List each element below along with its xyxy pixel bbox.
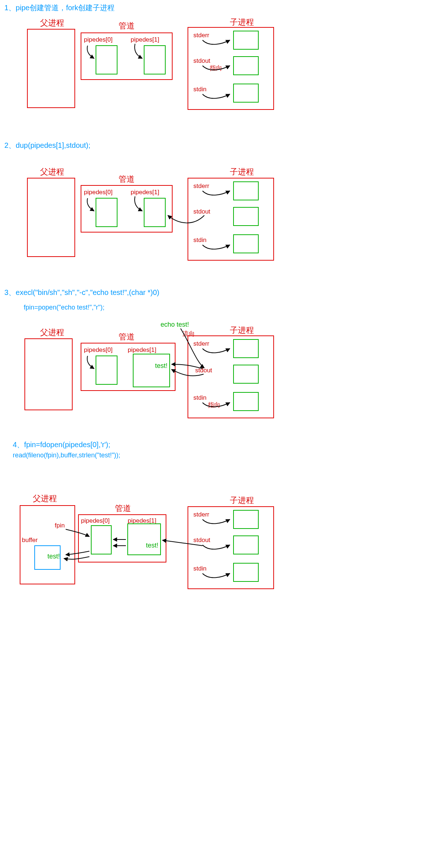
- pipedes0-3: pipedes[0]: [84, 346, 112, 353]
- step4-title: 4、fpin=fdopen(pipedes[0],'r');: [13, 441, 110, 449]
- child-box-2: [188, 178, 274, 260]
- child-title-3: 子进程: [230, 326, 254, 335]
- stdout-4: stdout: [193, 537, 211, 544]
- arrow-stderr-4: [202, 519, 230, 524]
- buffer-label: buffer: [22, 537, 38, 544]
- step3-title: 3、execl("bin/sh","sh","-c","echo test!",…: [4, 288, 159, 296]
- pipedes1-slot-1: [144, 46, 165, 74]
- diagram-canvas: 1、pipe创建管道，fork创建子进程 父进程 管道 pipedes[0] p…: [0, 0, 432, 868]
- stdin-slot-1: [234, 84, 258, 102]
- child-title-2: 子进程: [230, 167, 254, 176]
- stdin-slot-2: [234, 235, 258, 253]
- arrow-p0-1: [87, 46, 94, 58]
- arrow-stdout-4: [202, 545, 230, 549]
- parent-box-2: [27, 178, 75, 257]
- stderr-1: stderr: [193, 32, 209, 39]
- arrow-p0-2: [87, 198, 94, 211]
- arrow-p0-3: [87, 356, 94, 369]
- pipe-title-2: 管道: [119, 174, 135, 184]
- stderr-slot-4: [234, 510, 258, 529]
- pointsto-1: 指向: [209, 65, 222, 72]
- step1-title: 1、pipe创建管道，fork创建子进程: [4, 4, 115, 12]
- pipedes1-2: pipedes[1]: [131, 189, 159, 196]
- arrow-p0-to-buffer-b: [64, 557, 89, 559]
- arrow-p0-to-buffer-a: [66, 551, 89, 555]
- pipedes1-slot-3: [133, 354, 170, 387]
- parent-title-2: 父进程: [40, 167, 64, 176]
- arrow-stdin-2: [202, 245, 230, 249]
- pipe-title-1: 管道: [119, 21, 135, 30]
- stdout-slot-4: [234, 536, 258, 554]
- arrow-p1-1: [135, 44, 142, 58]
- child-box-3: [188, 336, 274, 418]
- stdin-slot-4: [234, 563, 258, 581]
- stderr-2: stderr: [193, 183, 209, 189]
- pointsto-3: 指向: [208, 402, 220, 408]
- pipedes0-2: pipedes[0]: [84, 189, 112, 196]
- stdin-slot-3: [234, 392, 258, 411]
- arrow-stdout-to-pipe-2: [168, 215, 204, 223]
- flowto-label: 流向: [182, 330, 195, 337]
- step3-sub: fpin=popen("echo test!","r");: [24, 304, 104, 311]
- child-box-1: [188, 27, 274, 110]
- arrow-stderr-3: [202, 349, 230, 353]
- child-box-4: [188, 507, 274, 589]
- arrow-stdin-4: [202, 573, 230, 578]
- stderr-slot-2: [234, 182, 258, 200]
- stdin-3: stdin: [193, 394, 207, 401]
- pipedes0-slot-2: [96, 198, 117, 227]
- pipedes1-slot-4: [128, 524, 161, 555]
- step4-sub: read(fileno(fpin),buffer,strlen("test!")…: [13, 452, 120, 459]
- stdin-4: stdin: [193, 565, 207, 572]
- parent-box-1: [27, 29, 75, 108]
- arrow-stderr-2: [202, 191, 230, 195]
- parent-box-3: [25, 339, 72, 410]
- test-in-p1: test!: [146, 542, 158, 549]
- stdout-2: stdout: [193, 208, 211, 215]
- pipedes1-slot-2: [144, 198, 165, 227]
- pipe-title-3: 管道: [119, 332, 135, 341]
- stderr-3: stderr: [193, 340, 209, 347]
- pipedes0-4: pipedes[0]: [81, 517, 109, 524]
- test-in-pipe: test!: [155, 362, 167, 369]
- fpin-label: fpin: [55, 522, 65, 529]
- pipedes1-3: pipedes[1]: [128, 346, 156, 353]
- stderr-slot-1: [234, 31, 258, 49]
- pipe-title-4: 管道: [115, 504, 131, 513]
- parent-title-3: 父进程: [40, 328, 64, 337]
- stdin-1: stdin: [193, 86, 207, 93]
- stdin-2: stdin: [193, 237, 207, 243]
- step2-title: 2、dup(pipedes[1],stdout);: [4, 141, 90, 149]
- parent-title-4: 父进程: [33, 494, 57, 503]
- parent-box-4: [20, 506, 75, 584]
- arrow-fpin-to-p0: [66, 529, 89, 537]
- pipedes1-1: pipedes[1]: [131, 36, 159, 43]
- stderr-4: stderr: [193, 511, 209, 518]
- pipedes0-slot-1: [96, 46, 117, 74]
- pipedes0-1: pipedes[0]: [84, 36, 112, 43]
- child-title-4: 子进程: [230, 496, 254, 505]
- pipedes0-slot-3: [96, 356, 117, 384]
- stdout-1: stdout: [193, 57, 211, 64]
- parent-title-1: 父进程: [40, 18, 64, 27]
- child-title-1: 子进程: [230, 18, 254, 27]
- pipedes1-4: pipedes[1]: [128, 517, 156, 524]
- stdout-slot-3: [234, 365, 258, 383]
- echo-label: echo test!: [161, 321, 189, 328]
- stdout-slot-2: [234, 207, 258, 226]
- arrow-stdin-1: [202, 94, 230, 99]
- arrow-stderr-1: [202, 40, 230, 45]
- stderr-slot-3: [234, 339, 258, 358]
- arrow-p1-2: [135, 196, 142, 211]
- stdout-slot-1: [234, 57, 258, 75]
- test-in-buffer: test!: [47, 553, 60, 560]
- pipedes0-slot-4: [91, 526, 111, 554]
